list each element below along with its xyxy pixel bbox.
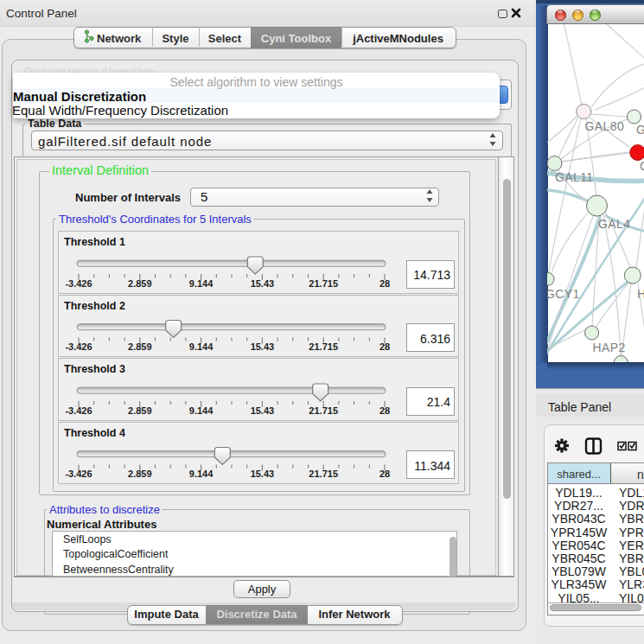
svg-text:GAL11: GAL11 (555, 170, 594, 184)
svg-text:GCY1: GCY1 (547, 287, 580, 301)
svg-text:HAP2: HAP2 (593, 341, 626, 354)
svg-text:C: C (640, 159, 644, 173)
svg-text:GAL4: GAL4 (598, 217, 630, 231)
svg-text:H: H (637, 287, 644, 301)
svg-text:GAL80: GAL80 (585, 119, 625, 133)
svg-text:GA: GA (636, 123, 644, 137)
